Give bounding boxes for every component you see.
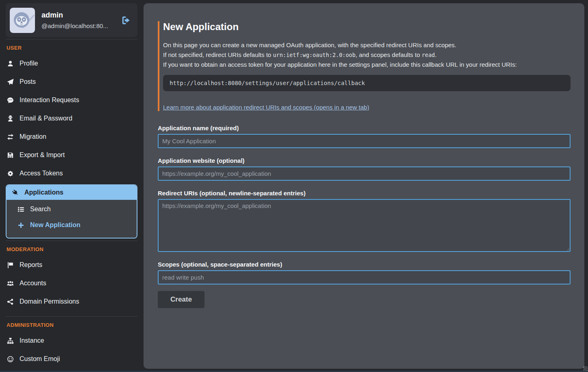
- sign-out-icon: [120, 15, 132, 26]
- application-website-label: Application website (optional): [158, 157, 571, 164]
- scopes-input[interactable]: [158, 270, 571, 284]
- sidebar-divider: [6, 39, 137, 39]
- sidebar-item-email-password[interactable]: Email & Password: [7, 115, 137, 122]
- sidebar-item-label: Profile: [20, 60, 38, 67]
- sidebar-item-label: Interaction Requests: [20, 96, 79, 104]
- list-icon: [17, 206, 25, 213]
- sitemap-icon: [7, 337, 14, 344]
- section-header-moderation: MODERATION: [7, 246, 137, 252]
- sidebar-item-label: Applications: [24, 189, 63, 196]
- create-button[interactable]: Create: [158, 291, 205, 308]
- sidebar-item-label: Email & Password: [20, 115, 72, 122]
- logout-button[interactable]: [120, 15, 132, 26]
- flag-icon: [7, 262, 14, 269]
- sidebar-item-label: Access Tokens: [20, 170, 63, 177]
- main-panel: New Application On this page you can cre…: [144, 3, 584, 369]
- user-secret-icon: [7, 115, 14, 122]
- user-card: admin @admin@localhost:80...: [6, 3, 137, 37]
- sidebar-item-label: Search: [30, 206, 51, 213]
- users-icon: [7, 280, 14, 287]
- sidebar-item-instance[interactable]: Instance: [7, 337, 137, 344]
- share-nodes-icon: [7, 298, 14, 305]
- field-redirect-uris: Redirect URIs (optional, newline-separat…: [158, 190, 571, 252]
- user-meta: admin @admin@localhost:80...: [41, 11, 114, 29]
- inline-code-oob: urn:ietf:wg:oauth:2.0:oob: [273, 52, 355, 58]
- application-name-input[interactable]: [158, 134, 571, 148]
- field-scopes: Scopes (optional, space-separated entrie…: [158, 261, 571, 284]
- sidebar-item-label: Reports: [20, 261, 42, 269]
- intro-section: New Application On this page you can cre…: [158, 21, 571, 111]
- comment-dots-icon: [7, 97, 14, 104]
- sidebar-item-migration[interactable]: Migration: [7, 133, 137, 140]
- arrows-left-right-icon: [7, 133, 14, 140]
- sidebar-item-interaction-requests[interactable]: Interaction Requests: [7, 96, 137, 104]
- paper-plane-icon: [7, 79, 14, 85]
- field-application-name: Application name (required): [158, 125, 571, 148]
- settings-sidebar: admin @admin@localhost:80... USER Profil…: [6, 3, 137, 372]
- user-name: admin: [41, 11, 114, 20]
- sidebar-item-label: Domain Permissions: [20, 298, 79, 305]
- sidebar-item-new-application[interactable]: New Application: [17, 221, 132, 229]
- sidebar-item-domain-permissions[interactable]: Domain Permissions: [7, 298, 137, 305]
- sidebar-divider: [6, 316, 137, 317]
- user-handle: @admin@localhost:80...: [41, 22, 114, 29]
- new-application-form: Application name (required) Application …: [158, 125, 571, 308]
- inline-code-read: read: [422, 52, 435, 58]
- floppy-disk-icon: [7, 152, 14, 159]
- sidebar-item-custom-emoji[interactable]: Custom Emoji: [7, 355, 137, 363]
- callback-url-code-block: http://localhost:8080/settings/user/appl…: [163, 75, 571, 91]
- sidebar-item-label: Custom Emoji: [20, 355, 60, 363]
- scopes-label: Scopes (optional, space-separated entrie…: [158, 261, 571, 268]
- section-header-administration: ADMINISTRATION: [7, 322, 137, 328]
- sidebar-item-posts[interactable]: Posts: [7, 78, 137, 85]
- sidebar-divider: [6, 241, 137, 241]
- field-application-website: Application website (optional): [158, 157, 571, 181]
- sidebar-item-label: New Application: [30, 221, 81, 229]
- resize-grip-icon[interactable]: [583, 366, 588, 371]
- applications-group: Applications Search New Application: [6, 184, 137, 239]
- section-header-user: USER: [7, 45, 137, 51]
- redirect-uris-textarea[interactable]: [158, 199, 571, 252]
- learn-more-link[interactable]: Learn more about application redirect UR…: [163, 104, 369, 111]
- sidebar-item-profile[interactable]: Profile: [7, 60, 137, 67]
- sidebar-item-label: Instance: [20, 337, 44, 344]
- intro-line-2: If not specified, redirect URIs defaults…: [163, 50, 571, 60]
- smile-icon: [7, 356, 14, 363]
- avatar: [10, 8, 35, 33]
- sidebar-item-applications-search[interactable]: Search: [17, 206, 132, 213]
- application-name-label: Application name (required): [158, 125, 571, 131]
- plus-icon: [17, 222, 25, 229]
- redirect-uris-label: Redirect URIs (optional, newline-separat…: [158, 190, 571, 197]
- sidebar-item-label: Export & Import: [20, 151, 65, 159]
- plug-icon: [11, 189, 19, 196]
- application-website-input[interactable]: [158, 166, 571, 181]
- sidebar-item-export-import[interactable]: Export & Import: [7, 151, 137, 159]
- sidebar-item-access-tokens[interactable]: Access Tokens: [7, 170, 137, 177]
- user-icon: [7, 60, 14, 67]
- intro-line-3: If you want to obtain an access token fo…: [163, 60, 571, 70]
- applications-submenu: Search New Application: [7, 200, 137, 238]
- sidebar-item-reports[interactable]: Reports: [7, 261, 137, 269]
- sidebar-item-label: Migration: [20, 133, 46, 140]
- intro-line-1: On this page you can create a new manage…: [163, 40, 571, 50]
- sidebar-item-accounts[interactable]: Accounts: [7, 280, 137, 287]
- sidebar-item-label: Posts: [20, 78, 36, 85]
- page-title: New Application: [163, 21, 571, 33]
- certificate-icon: [7, 170, 14, 177]
- sidebar-item-applications[interactable]: Applications: [7, 185, 137, 200]
- sidebar-item-label: Accounts: [20, 280, 46, 287]
